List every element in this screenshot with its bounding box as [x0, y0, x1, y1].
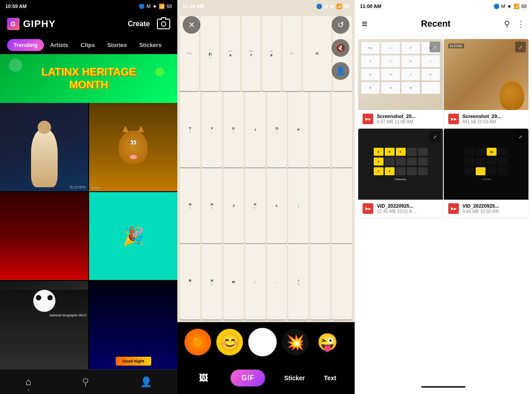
thumb-key	[487, 167, 497, 175]
file-info: ▶ Screenshot_20... 0.97 MB 11:00 AM	[358, 110, 443, 128]
file-size-time: 0.97 MB 11:00 AM	[377, 119, 438, 124]
key-empty-5	[332, 244, 352, 319]
thumb-key	[396, 158, 406, 165]
key-empty-4	[310, 244, 330, 319]
nav-stickers[interactable]: Stickers	[133, 39, 168, 51]
list-item[interactable]: Good Night	[89, 281, 177, 369]
nav-artists[interactable]: Artists	[44, 39, 74, 51]
key-n: Nみ	[202, 244, 222, 319]
thumb-key	[487, 158, 497, 165]
camera-panel: 11:00 AM 🔵M★📶68 %え へお5 &や6 *ゆ7 (よ8 )わ O …	[177, 0, 355, 394]
mute-button[interactable]: 🔇	[332, 39, 349, 57]
key-row-4: Bこ Nみ M の . /ね	[180, 244, 352, 319]
search-icon[interactable]: ⚲	[504, 19, 510, 29]
sticker-crazy[interactable]: 😜	[314, 329, 340, 355]
create-button[interactable]: Create	[128, 20, 150, 28]
sticker-mode-button[interactable]: Sticker	[284, 374, 305, 382]
sticker-mode-label: Sticker	[284, 374, 305, 382]
expand-icon[interactable]: ⤢	[430, 131, 440, 142]
list-item[interactable]: 🎉	[89, 192, 177, 280]
file-size-time: 12.46 MB 10:51 A...	[377, 209, 438, 214]
flip-camera-button[interactable]: ↺	[332, 16, 349, 34]
thumb-key-row: A	[374, 158, 428, 165]
giphy-logo-icon: G	[7, 18, 20, 30]
thumb-key: Q	[374, 148, 383, 156]
thumb-key	[498, 167, 508, 175]
thumb-key: H	[381, 68, 400, 81]
expand-icon[interactable]: ⤢	[515, 42, 526, 52]
list-item[interactable]: ELEVEN	[0, 103, 88, 191]
nav-home[interactable]: ⌂	[25, 376, 31, 388]
thumb-key	[407, 148, 417, 156]
file-thumbnail: ELEVEN ⤢	[444, 39, 528, 110]
files-bottom-bar	[355, 380, 532, 394]
nav-clips[interactable]: Clips	[74, 39, 101, 51]
file-card[interactable]: %え へ や ゆ T Y U I G H J K B N M .	[358, 39, 443, 128]
gallery-button[interactable]: 🖼	[196, 370, 211, 386]
thumb-key	[465, 167, 474, 175]
file-type-icon: ▶	[363, 114, 373, 124]
thumb-key: K	[421, 68, 440, 81]
key-quote	[310, 169, 330, 244]
key-i: I	[245, 92, 266, 167]
thumb-key: %え	[361, 42, 380, 54]
thumb-key: E	[396, 148, 406, 156]
thumb-key-row	[465, 167, 508, 175]
more-options-icon[interactable]: ⋮	[517, 19, 525, 29]
camera-icon[interactable]	[157, 19, 170, 29]
files-header-title: Recent	[421, 19, 451, 29]
giphy-banner: LATINX HERITAGE MONTH	[0, 54, 177, 103]
thumb-key-row: Z X	[374, 167, 428, 175]
key-o: Oに	[267, 92, 287, 167]
sticker-orange[interactable]: 🟠	[184, 329, 211, 355]
giphy-banner-text: LATINX HERITAGE MONTH	[41, 66, 136, 91]
close-button[interactable]: ✕	[183, 16, 200, 34]
text-mode-button[interactable]: Text	[324, 374, 336, 382]
thumb-key	[498, 158, 508, 165]
thumb-key: I	[421, 55, 440, 67]
thumb-key	[476, 148, 485, 156]
file-card[interactable]: ELEVEN ⤢ ▶ Screenshot_20... 841 kB 10:59…	[444, 39, 528, 128]
expand-icon[interactable]: ⤢	[430, 42, 440, 52]
profile-icon: 👤	[140, 376, 152, 388]
expand-icon[interactable]: ⤢	[515, 131, 526, 142]
sticker-burst[interactable]: 💥	[282, 329, 309, 355]
keyboard-display: %え へお5 &や6 *ゆ7 (よ8 )わ O Tた Yん Uな I Oに P …	[177, 0, 355, 322]
camera-viewfinder: %え へお5 &や6 *ゆ7 (よ8 )わ O Tた Yん Uな I Oに P …	[177, 0, 355, 322]
list-item[interactable]: 👀 TikTok	[89, 103, 177, 191]
home-icon: ⌂	[25, 376, 31, 388]
capture-button[interactable]	[248, 328, 277, 356]
thumb-key: J	[401, 68, 420, 81]
file-size-time: 841 kB 10:59 AM	[462, 119, 524, 124]
thumb-key	[498, 148, 508, 156]
thumb-key: Z	[374, 167, 383, 175]
file-meta: VID_20220925... 9.68 MB 10:50 AM	[462, 203, 524, 214]
hamburger-menu-icon[interactable]: ≡	[362, 18, 368, 30]
thumb-key: B	[361, 82, 380, 94]
thumb-key: .	[421, 82, 440, 94]
file-card[interactable]: Q W E A Z X	[358, 129, 443, 217]
giphy-logo: G GIPHY	[7, 18, 55, 30]
nav-trending[interactable]: Trending	[7, 39, 44, 51]
thumb-key: N	[381, 82, 400, 94]
list-item[interactable]	[0, 192, 88, 280]
giphy-grid: ELEVEN National Geographic WILD	[0, 103, 177, 369]
thumb-key: A	[374, 158, 383, 165]
nav-profile[interactable]: 👤	[140, 376, 152, 388]
file-size-time: 9.68 MB 10:50 AM	[462, 209, 524, 214]
nav-search[interactable]: ⚲	[82, 376, 89, 388]
key-g: Gき	[180, 169, 200, 244]
thumb-key: Y	[381, 55, 400, 67]
thumb-key: U	[401, 55, 420, 67]
file-info: ▶ Screenshot_20... 841 kB 10:59 AM	[444, 110, 528, 128]
file-info: ▶ VID_20220925... 9.68 MB 10:50 AM	[444, 200, 528, 217]
key-period: .	[267, 244, 287, 319]
face-filter-button[interactable]: 👤	[332, 62, 349, 80]
nav-stories[interactable]: Stories	[101, 39, 133, 51]
key-wa: )わ	[282, 16, 301, 91]
file-card[interactable]: fn il WAVE	[444, 129, 528, 217]
list-item[interactable]: National Geographic WILD	[0, 281, 88, 369]
sticker-smiley[interactable]: 😊	[216, 329, 243, 355]
gif-button[interactable]: GIF	[231, 370, 265, 386]
camera-status-time: 11:00 AM	[183, 4, 204, 9]
